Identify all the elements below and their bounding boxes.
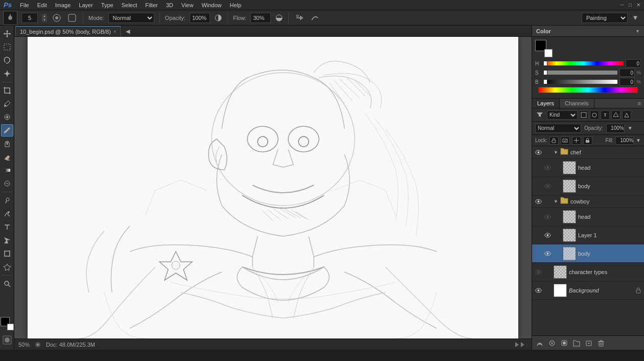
- brightness-slider[interactable]: [543, 80, 617, 84]
- crop-tool[interactable]: [1, 84, 13, 97]
- layer-group-chef[interactable]: ▼ chef: [532, 146, 644, 159]
- add-fx-button[interactable]: [535, 339, 544, 348]
- tab-layers[interactable]: Layers: [532, 99, 560, 108]
- layer-chef-body[interactable]: body: [532, 177, 644, 195]
- quick-mask-button[interactable]: [2, 334, 13, 346]
- layers-panel-options[interactable]: ≡: [635, 99, 644, 108]
- opacity-input[interactable]: [190, 13, 210, 23]
- layer-blend-mode-select[interactable]: Normal Multiply Screen: [535, 124, 581, 133]
- pen-tool[interactable]: [1, 208, 13, 220]
- status-menu-icon[interactable]: [34, 341, 42, 349]
- layer-group-cowboy[interactable]: ▼ cowboy: [532, 195, 644, 208]
- menu-view[interactable]: View: [178, 2, 197, 9]
- dodge-tool[interactable]: [1, 194, 13, 207]
- eye-background[interactable]: [534, 286, 542, 295]
- layer-opacity-input[interactable]: [606, 124, 625, 133]
- minimize-button[interactable]: ─: [618, 2, 626, 9]
- clone-tool[interactable]: [1, 138, 13, 150]
- brush-settings-icon[interactable]: [51, 12, 62, 24]
- menu-edit[interactable]: Edit: [34, 2, 51, 9]
- filter-adjust-icon[interactable]: [590, 110, 599, 120]
- tab-channels[interactable]: Channels: [560, 99, 594, 108]
- lock-all-btn[interactable]: [583, 137, 592, 145]
- selection-tool[interactable]: [1, 234, 13, 246]
- menu-filter[interactable]: Filter: [142, 2, 161, 9]
- hue-value[interactable]: [626, 59, 641, 67]
- chef-group-expand[interactable]: ▼: [554, 150, 558, 155]
- airbrush-toggle[interactable]: [294, 12, 305, 24]
- filter-icon[interactable]: [534, 110, 545, 120]
- canvas[interactable]: [28, 37, 518, 339]
- zoom-tool[interactable]: [1, 278, 13, 290]
- blur-tool[interactable]: [1, 177, 13, 190]
- magic-wand-tool[interactable]: [1, 67, 13, 80]
- opacity-dropdown-icon[interactable]: ▼: [628, 125, 633, 131]
- brush-size-up[interactable]: ▲: [42, 14, 47, 18]
- lock-image-btn[interactable]: [561, 137, 570, 145]
- menu-3d[interactable]: 3D: [163, 2, 177, 9]
- close-button[interactable]: ✕: [635, 2, 642, 9]
- new-layer-button[interactable]: [584, 339, 593, 348]
- eye-chef-body[interactable]: [543, 182, 551, 190]
- eye-chef-head[interactable]: [543, 164, 551, 172]
- eye-chef[interactable]: [534, 148, 542, 156]
- eye-cowboy-head[interactable]: [543, 213, 551, 221]
- layer-character-types[interactable]: character types: [532, 263, 644, 281]
- workspace-menu-icon[interactable]: ▼: [630, 12, 641, 24]
- document-tab[interactable]: 10_begin.psd @ 50% (body, RGB/8) ×: [15, 26, 121, 36]
- saturation-slider[interactable]: [543, 71, 617, 75]
- panel-collapse-icon[interactable]: ◀: [123, 26, 133, 36]
- layer-background[interactable]: Background: [532, 281, 644, 300]
- filter-smart-icon[interactable]: [622, 110, 631, 120]
- delete-layer-button[interactable]: [596, 339, 606, 348]
- eye-character-types[interactable]: [534, 268, 542, 276]
- fill-dropdown-icon[interactable]: ▼: [636, 138, 641, 143]
- lock-position-btn[interactable]: [572, 137, 581, 145]
- move-tool[interactable]: [1, 28, 13, 40]
- lasso-tool[interactable]: [1, 54, 13, 66]
- menu-file[interactable]: File: [16, 2, 33, 9]
- layer-cowboy-layer1[interactable]: Layer 1: [532, 226, 644, 244]
- blend-mode-select[interactable]: Normal Multiply Screen: [108, 13, 154, 23]
- adjustment-layer-button[interactable]: [547, 339, 557, 348]
- color-panel-collapse[interactable]: ▼: [635, 29, 640, 34]
- hue-slider[interactable]: [543, 61, 624, 65]
- menu-type[interactable]: Type: [98, 2, 117, 9]
- flow-input[interactable]: [250, 13, 271, 23]
- brush-preset-picker[interactable]: [3, 11, 17, 25]
- layer-fill-input[interactable]: [615, 137, 634, 145]
- layer-cowboy-body[interactable]: body: [532, 244, 644, 263]
- layer-chef-head[interactable]: head: [532, 159, 644, 177]
- workspace-select[interactable]: Painting Essentials: [582, 13, 628, 23]
- background-color-swatch[interactable]: [7, 324, 14, 330]
- color-panel-header[interactable]: Color ▼: [532, 26, 644, 37]
- color-spectrum[interactable]: [538, 87, 638, 93]
- menu-select[interactable]: Select: [118, 2, 141, 9]
- layer-cowboy-head[interactable]: head: [532, 208, 644, 226]
- menu-layer[interactable]: Layer: [75, 2, 97, 9]
- add-mask-button[interactable]: [560, 339, 569, 348]
- lock-transparent-btn[interactable]: [549, 137, 559, 145]
- filter-pixel-icon[interactable]: [579, 110, 588, 120]
- eyedropper-tool[interactable]: [1, 98, 13, 110]
- brush-size-input[interactable]: [21, 13, 38, 23]
- saturation-value[interactable]: [619, 69, 635, 77]
- cowboy-group-expand[interactable]: ▼: [554, 199, 558, 204]
- menu-help[interactable]: Help: [226, 2, 245, 9]
- brush-tool[interactable]: [1, 124, 13, 137]
- flow-slider-icon[interactable]: [275, 14, 283, 22]
- text-tool[interactable]: [1, 221, 13, 233]
- filter-type-select[interactable]: Kind Name Effect: [547, 110, 578, 120]
- smoothing-toggle[interactable]: [309, 12, 320, 24]
- opacity-slider-icon[interactable]: [214, 14, 222, 22]
- filter-shape-icon[interactable]: [611, 110, 620, 120]
- eye-cowboy-body[interactable]: [543, 250, 551, 258]
- healing-tool[interactable]: [1, 111, 13, 123]
- custom-shape-tool[interactable]: [1, 261, 13, 273]
- filter-type-icon[interactable]: T: [601, 110, 610, 120]
- eye-cowboy[interactable]: [534, 197, 542, 206]
- menu-image[interactable]: Image: [52, 2, 75, 9]
- canvas-wrapper[interactable]: [14, 37, 532, 339]
- play-button[interactable]: [515, 342, 519, 347]
- eraser-tool[interactable]: [1, 151, 13, 163]
